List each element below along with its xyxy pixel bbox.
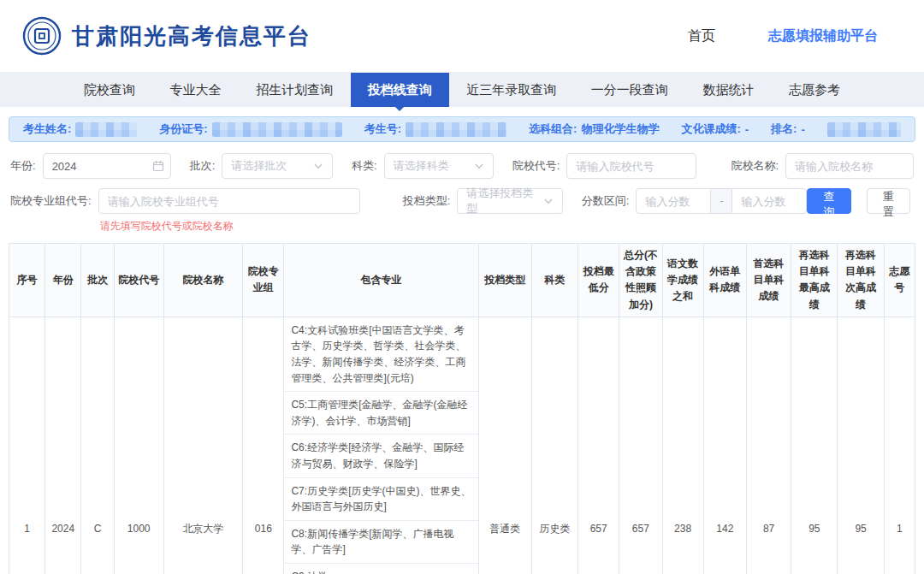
cell-majors: C4:文科试验班类[中国语言文学类、考古学、历史学类、哲学类、社会学类、法学、新… (284, 317, 478, 574)
rank-value: - (801, 123, 804, 136)
col-cn-math-sum: 语文数学成绩之和 (662, 244, 703, 317)
col-reselect-second: 再选科目单科次高成绩 (838, 244, 884, 317)
cell-reselect-max: 95 (791, 317, 838, 574)
tab-enrollment-plan-query[interactable]: 招生计划查询 (239, 73, 350, 107)
tab-data-statistics[interactable]: 数据统计 (685, 73, 771, 107)
major-item: C6:经济学类[经济学、金融学、国际经济与贸易、财政学、保险学] (284, 435, 477, 477)
col-admission-type: 投档类型 (478, 244, 531, 317)
college-name-label: 院校名称: (731, 153, 779, 179)
home-link[interactable]: 首页 (688, 27, 715, 45)
col-foreign-lang: 外语单科成绩 (703, 244, 746, 317)
batch-placeholder: 请选择批次 (231, 158, 287, 174)
college-code-input[interactable] (566, 153, 696, 179)
admission-type-select[interactable]: 请选择投档类型 (457, 188, 563, 214)
cell-college-code: 1000 (114, 317, 163, 574)
student-id-label: 身份证号: (159, 121, 207, 137)
score-range-label: 分数区间: (582, 188, 630, 214)
batch-select[interactable]: 请选择批次 (222, 153, 333, 179)
group-code-input[interactable] (98, 188, 360, 214)
chevron-down-icon (543, 196, 554, 206)
site-title: 甘肃阳光高考信息平台 (72, 21, 311, 51)
batch-label: 批次: (190, 153, 216, 179)
score-max-input[interactable] (732, 188, 807, 214)
results-table-wrap: 序号 年份 批次 院校代号 院校名称 院校专业组 包含专业 投档类型 科类 投档… (9, 243, 915, 574)
subject-combo-item: 选科组合: 物理化学生物学 (529, 121, 659, 137)
cell-year: 2024 (45, 317, 81, 574)
cell-first-subject: 87 (746, 317, 791, 574)
site-logo-icon (22, 16, 62, 56)
rank-label: 排名: (771, 121, 797, 137)
score-range-group: - (636, 188, 807, 214)
student-exam-no-label: 考生号: (364, 121, 401, 137)
culture-score-label: 文化课成绩: (681, 121, 740, 137)
header-links: 首页 志愿填报辅助平台 (688, 27, 902, 45)
student-id-item: 身份证号: (159, 121, 341, 137)
culture-score-item: 文化课成绩: - (681, 121, 749, 137)
cell-total-score: 657 (619, 317, 662, 574)
score-range-separator: - (711, 188, 732, 214)
col-year: 年份 (45, 244, 81, 317)
cell-seq: 1 (9, 317, 45, 574)
cell-college-name: 北京大学 (163, 317, 242, 574)
col-majors: 包含专业 (284, 244, 478, 317)
group-code-label: 院校专业组代号: (10, 188, 92, 214)
major-item: C7:历史学类[历史学(中国史)、世界史、外国语言与外国历史] (284, 478, 477, 521)
tab-college-query[interactable]: 院校查询 (67, 73, 152, 107)
student-exam-no-redacted (406, 122, 506, 137)
subject-type-placeholder: 请选择科类 (394, 158, 449, 174)
cell-min-score: 657 (578, 317, 619, 574)
reset-button[interactable]: 重置 (867, 188, 910, 214)
volunteer-assist-link[interactable]: 志愿填报辅助平台 (768, 27, 878, 45)
tab-major-encyclopedia[interactable]: 专业大全 (153, 73, 239, 107)
tab-volunteer-reference[interactable]: 志愿参考 (772, 73, 857, 107)
col-total-score: 总分(不含政策性照顾加分) (619, 244, 662, 317)
student-id-redacted (212, 122, 342, 137)
subject-type-label: 科类: (352, 153, 377, 179)
cell-batch: C (81, 317, 114, 574)
calendar-icon[interactable] (152, 160, 164, 172)
col-college-name: 院校名称 (163, 244, 242, 317)
cell-cn-math-sum: 238 (662, 317, 703, 574)
student-name-item: 考生姓名: (23, 121, 137, 137)
cell-volunteer-no: 1 (884, 317, 915, 574)
cell-admission-type: 普通类 (478, 317, 531, 574)
col-major-group: 院校专业组 (243, 244, 284, 317)
college-name-input[interactable] (785, 153, 914, 179)
results-table: 序号 年份 批次 院校代号 院校名称 院校专业组 包含专业 投档类型 科类 投档… (9, 243, 915, 574)
page: 甘肃阳光高考信息平台 首页 志愿填报辅助平台 院校查询 专业大全 招生计划查询 … (0, 0, 924, 574)
col-volunteer-no: 志愿号 (884, 244, 915, 317)
major-item: C5:工商管理类[金融学、金融学(金融经济学)、会计学、市场营销] (284, 392, 477, 435)
subject-combo-label: 选科组合: (529, 121, 577, 137)
student-name-redacted (75, 122, 137, 137)
site-header: 甘肃阳光高考信息平台 首页 志愿填报辅助平台 (0, 0, 924, 73)
cell-foreign-lang: 142 (703, 317, 746, 574)
main-nav: 院校查询 专业大全 招生计划查询 投档线查询 近三年录取查询 一分一段查询 数据… (0, 73, 924, 107)
tab-admission-line-query[interactable]: 投档线查询 (351, 73, 449, 107)
filter-row-2: 院校专业组代号: 请先填写院校代号或院校名称 投档类型: 请选择投档类型 分数区… (10, 188, 914, 234)
admission-type-placeholder: 请选择投档类型 (466, 186, 538, 216)
subject-combo-value: 物理化学生物学 (581, 121, 659, 137)
admission-type-label: 投档类型: (403, 188, 451, 214)
table-header-row: 序号 年份 批次 院校代号 院校名称 院校专业组 包含专业 投档类型 科类 投档… (9, 244, 915, 317)
tab-score-segment-query[interactable]: 一分一段查询 (574, 73, 685, 107)
cell-reselect-second: 95 (838, 317, 884, 574)
subject-type-select[interactable]: 请选择科类 (384, 153, 494, 179)
col-min-score: 投档最低分 (578, 244, 619, 317)
col-reselect-max: 再选科目单科最高成绩 (791, 244, 838, 317)
group-code-hint: 请先填写院校代号或院校名称 (98, 219, 360, 234)
cell-major-group: 016 (243, 317, 284, 574)
tab-three-year-admission-query[interactable]: 近三年录取查询 (449, 73, 573, 107)
student-exam-no-item: 考生号: (364, 121, 506, 137)
filter-panel: 年份: 批次: 请选择批次 科类: 请选择科类 (0, 142, 924, 234)
right-redacted-block (827, 122, 901, 137)
college-code-label: 院校代号: (512, 153, 560, 179)
major-item: C4:文科试验班类[中国语言文学类、考古学、历史学类、哲学类、社会学类、法学、新… (284, 317, 477, 392)
score-min-input[interactable] (636, 188, 711, 214)
major-item: C9:法学 (284, 564, 477, 574)
year-label: 年份: (10, 153, 36, 179)
major-item: C8:新闻传播学类[新闻学、广播电视学、广告学] (284, 521, 477, 564)
col-seq: 序号 (9, 244, 45, 317)
query-button[interactable]: 查询 (807, 188, 850, 214)
student-info-bar: 考生姓名: 身份证号: 考生号: 选科组合: 物理化学生物学 文化课成绩: - … (9, 116, 915, 142)
student-name-label: 考生姓名: (23, 121, 71, 137)
